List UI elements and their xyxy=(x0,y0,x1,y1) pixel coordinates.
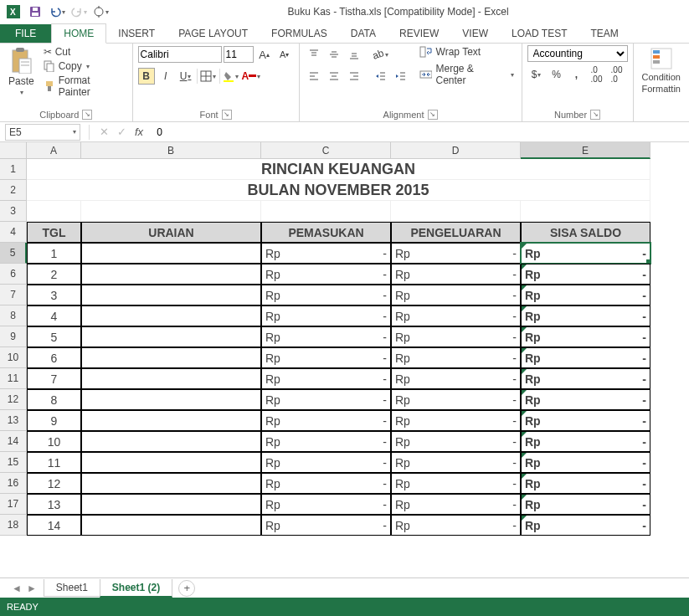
clipboard-dialog-launcher[interactable]: ↘ xyxy=(82,110,92,120)
cell[interactable]: Rp- xyxy=(521,473,650,494)
cell[interactable]: 6 xyxy=(27,347,81,368)
tab-file[interactable]: FILE xyxy=(0,24,51,43)
align-right-icon[interactable] xyxy=(345,67,363,85)
row-header-7[interactable]: 7 xyxy=(0,285,27,305)
row-header-18[interactable]: 18 xyxy=(0,515,27,536)
row-header-4[interactable]: 4 xyxy=(0,222,27,243)
font-size-combo[interactable] xyxy=(224,46,254,63)
excel-icon[interactable]: X xyxy=(3,2,23,22)
table-header[interactable]: PENGELUARAN xyxy=(391,222,521,243)
decrease-decimal-icon[interactable]: .00.0 xyxy=(608,65,626,84)
cell[interactable] xyxy=(81,243,261,264)
row-header-13[interactable]: 13 xyxy=(0,410,27,431)
cell[interactable]: Rp- xyxy=(521,515,650,536)
cell[interactable] xyxy=(521,201,650,222)
cell[interactable] xyxy=(81,494,261,515)
row-header-12[interactable]: 12 xyxy=(0,389,27,410)
cell[interactable]: Rp- xyxy=(261,264,391,285)
cell[interactable]: Rp- xyxy=(521,410,650,431)
decrease-font-icon[interactable]: A▾ xyxy=(275,45,294,64)
align-bottom-icon[interactable] xyxy=(345,45,363,64)
merge-center-button[interactable]: Merge & Center▾ xyxy=(417,62,517,87)
cell[interactable] xyxy=(27,201,81,222)
cell[interactable]: Rp- xyxy=(261,243,391,264)
tab-data[interactable]: DATA xyxy=(339,24,388,43)
select-all-corner[interactable] xyxy=(0,142,27,159)
cell[interactable]: Rp- xyxy=(521,285,650,305)
cell[interactable]: 9 xyxy=(27,410,81,431)
add-sheet-button[interactable]: + xyxy=(178,580,195,597)
number-dialog-launcher[interactable]: ↘ xyxy=(590,110,600,120)
cell[interactable]: Rp- xyxy=(391,473,521,494)
row-header-1[interactable]: 1 xyxy=(0,159,27,180)
column-header-B[interactable]: B xyxy=(81,142,261,159)
cell[interactable]: Rp- xyxy=(261,305,391,326)
row-header-11[interactable]: 11 xyxy=(0,368,27,389)
orientation-icon[interactable]: ab▾ xyxy=(372,45,390,64)
paste-button[interactable]: Paste▾ xyxy=(5,45,38,98)
cell[interactable]: Rp- xyxy=(391,243,521,264)
cell[interactable] xyxy=(81,389,261,410)
cell[interactable] xyxy=(81,410,261,431)
cut-button[interactable]: ✂Cut xyxy=(41,45,127,59)
table-header[interactable]: URAIAN xyxy=(81,222,261,243)
cell[interactable] xyxy=(81,473,261,494)
cell[interactable] xyxy=(81,285,261,305)
cell[interactable]: 7 xyxy=(27,368,81,389)
cell[interactable]: Rp- xyxy=(521,368,650,389)
percent-button[interactable]: % xyxy=(548,65,566,84)
cell[interactable]: Rp- xyxy=(391,264,521,285)
cell[interactable]: Rp- xyxy=(521,452,650,473)
conditional-formatting-button[interactable]: Condition Formattin xyxy=(639,45,684,95)
row-header-14[interactable]: 14 xyxy=(0,431,27,452)
cell[interactable]: 10 xyxy=(27,431,81,452)
column-header-C[interactable]: C xyxy=(261,142,391,159)
cell[interactable]: Rp- xyxy=(521,389,650,410)
cell[interactable]: Rp- xyxy=(391,410,521,431)
font-name-combo[interactable] xyxy=(138,46,222,63)
touch-mode-icon[interactable]: ▾ xyxy=(90,2,111,22)
cell[interactable]: Rp- xyxy=(391,285,521,305)
cell[interactable]: Rp- xyxy=(261,389,391,410)
worksheet-grid[interactable]: ABCDE 123456789101112131415161718 RINCIA… xyxy=(0,142,689,578)
row-header-3[interactable]: 3 xyxy=(0,201,27,222)
cell[interactable]: Rp- xyxy=(521,347,650,368)
font-color-button[interactable]: A▾ xyxy=(242,67,260,85)
tab-view[interactable]: VIEW xyxy=(450,24,500,43)
column-header-D[interactable]: D xyxy=(391,142,521,159)
cell[interactable]: Rp- xyxy=(261,473,391,494)
cell[interactable]: 3 xyxy=(27,285,81,305)
alignment-dialog-launcher[interactable]: ↘ xyxy=(428,110,438,120)
bold-button[interactable]: B xyxy=(138,68,155,85)
cell[interactable]: Rp- xyxy=(521,243,650,264)
name-box[interactable]: E5▾ xyxy=(5,124,80,141)
font-dialog-launcher[interactable]: ↘ xyxy=(222,110,232,120)
row-header-5[interactable]: 5 xyxy=(0,243,27,264)
cell[interactable]: Rp- xyxy=(391,494,521,515)
align-center-icon[interactable] xyxy=(325,67,343,85)
cell[interactable]: 11 xyxy=(27,452,81,473)
table-header[interactable]: SISA SALDO xyxy=(521,222,650,243)
tab-home[interactable]: HOME xyxy=(51,23,106,44)
cell[interactable] xyxy=(81,515,261,536)
table-header[interactable]: TGL xyxy=(27,222,81,243)
cell[interactable] xyxy=(81,201,261,222)
tab-insert[interactable]: INSERT xyxy=(106,24,167,43)
sheet-tab-sheet1-2[interactable]: Sheet1 (2) xyxy=(100,579,172,598)
cell[interactable]: Rp- xyxy=(261,347,391,368)
cell[interactable]: Rp- xyxy=(261,515,391,536)
cell[interactable]: Rp- xyxy=(521,326,650,347)
fx-icon[interactable]: fx xyxy=(135,126,143,138)
title-row-2[interactable]: BULAN NOVEMBER 2015 xyxy=(27,180,650,201)
tab-review[interactable]: REVIEW xyxy=(388,24,450,43)
cell[interactable]: Rp- xyxy=(391,326,521,347)
row-header-2[interactable]: 2 xyxy=(0,180,27,201)
cell[interactable] xyxy=(81,264,261,285)
cell[interactable]: Rp- xyxy=(261,452,391,473)
tab-pagelayout[interactable]: PAGE LAYOUT xyxy=(167,24,260,43)
enter-formula-icon[interactable]: ✓ xyxy=(117,126,126,138)
cell[interactable] xyxy=(391,201,521,222)
sheet-tab-sheet1[interactable]: Sheet1 xyxy=(44,579,100,597)
decrease-indent-icon[interactable] xyxy=(372,67,390,85)
tab-loadtest[interactable]: LOAD TEST xyxy=(500,24,578,43)
